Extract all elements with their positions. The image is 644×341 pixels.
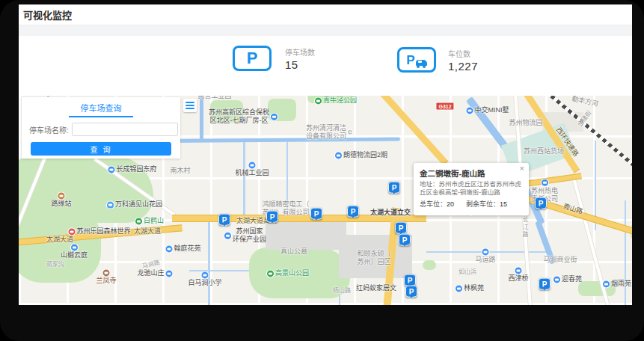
search-panel: 停车场查询 停车场名称: 查 询 [22,97,180,159]
building-icon [224,233,231,239]
dot-icon [348,130,352,135]
temple-icon [102,269,109,276]
map-label-text: 青牛泾公园 [323,96,357,105]
building-icon [166,271,173,277]
parking-name-input[interactable] [72,123,178,136]
map-label-text: 西津桥 [508,274,528,283]
building-icon [165,246,172,253]
map-label: 龙驰山庄 [137,269,172,277]
map-label-text: 南木村 [170,167,190,175]
stat-parking-lots-value: 15 [285,58,298,71]
header-divider [19,25,632,36]
page-title: 可视化监控 [23,7,72,22]
block-shape [266,221,346,250]
map-label: 苏州西站货场 [524,147,564,156]
map-label-text: 苏州乐园森林世界 [76,227,130,236]
stat-parking-lots-label: 停车场数 [285,46,315,58]
building-icon [553,277,560,283]
map-label-text: 苏州高新区综合保税 区北区-七期厂房-区 [209,108,269,126]
map-info-popup: × 金二铜墩街-鹿山路 地址：苏州市虎丘区江苏省苏州市虎丘区金枫高架-铜墩街-鹿… [414,163,529,215]
map-label: 太湖大道 [134,227,161,236]
search-button[interactable]: 查 询 [31,142,171,156]
map-label: 苏州高新区综合保税 区北区-七期厂房-区 [209,108,277,126]
station-icon [58,192,64,199]
parking-marker[interactable]: P [395,222,407,234]
map-label: 青牛泾公园 [315,96,357,105]
map-label: 苏州清河清洁 设备有限公司 [306,124,352,141]
parking-marker[interactable]: P [218,214,230,226]
map-label: 如山浜 [459,268,476,276]
parking-icon: P [233,46,272,71]
map-label: 太湖大道立交 [370,209,411,217]
map-label-text: 中交MINI墅 [475,106,509,114]
map-label-text: 白马涧小学 [188,279,221,287]
river-shape [200,96,203,141]
popup-total: 总车位：20 [420,199,454,209]
map-label: 白马涧小学 [188,271,221,287]
map-label: 和颐永硕（ 苏州）园区 [357,250,390,267]
parking-marker[interactable]: P [535,197,547,209]
tab-parking-search[interactable]: 停车场查询 [69,102,133,117]
map-label-text: 真山公墓 [280,248,307,256]
map-label: 民营工业园 [197,96,231,101]
map-label-text: 和颐永硕（ 苏州）园区 [357,250,390,267]
map-label: 山樾云庭 [61,244,88,259]
map-label: 西津桥 [508,267,528,283]
map-label: 苏州乐园森林世界 [68,227,130,236]
attraction-icon [68,229,75,236]
stat-spaces-value: 1,227 [448,60,478,73]
parking-marker[interactable]: P [388,182,400,194]
parking-icon-letter: P [247,50,258,67]
map-label-text: 太湖大道 [134,227,161,236]
parking-marker[interactable]: P [405,286,417,298]
parking-marker[interactable]: P [310,208,322,220]
parking-name-label: 停车场名称: [29,124,69,135]
map-label-text: 苏州物流园 [509,119,542,127]
map-label: 烟雨苑 [603,280,631,288]
building-icon [467,108,473,114]
parking-marker[interactable]: P [539,278,551,290]
canal-shape [243,142,245,217]
map-label-text: 长江路 [521,216,528,239]
park-icon [267,271,274,277]
canal-shape [625,200,626,305]
stat-spaces-label: 车位数 [448,48,470,59]
map-label: 白鹤山 [135,217,164,225]
popup-tail [467,211,476,221]
car-glyph [416,60,427,66]
building-icon [70,244,77,251]
parking-marker[interactable]: P [266,211,278,223]
map-label: 兰凤寺 [96,269,116,285]
map-label: 红蚂蚁家居文 [356,284,396,292]
close-icon[interactable]: × [520,165,524,173]
map-label-text: 太湖大道 [46,236,73,244]
map-label: 勤丰方河 [571,96,599,108]
popup-address: 地址：苏州市虎丘区江苏省苏州市虎丘区金枫高架-铜墩街-鹿山路 [420,180,523,197]
map-label: 路缘站 [51,192,71,208]
map-label-text: 红蚂蚁家居文 [356,284,396,292]
map-label: 中交MINI墅 [467,106,509,114]
map-label-text: 勤丰方河 [571,96,599,108]
bridge-icon [515,267,521,274]
building-icon [271,114,277,120]
map-label: 杨山路 [333,287,351,295]
map-label-text: 机械工业园 [235,169,269,177]
map-label: 翰庭花苑 [165,245,200,253]
map-label-text: 兰凤寺 [96,277,116,285]
parking-marker[interactable]: P [399,234,411,246]
map-label-text: 杨山路 [333,287,351,295]
parking-car-icon: P [397,47,436,73]
map-label-text: 万科通见山花园 [115,200,162,209]
map-label-text: 路缘站 [51,200,71,208]
map-label-text: 马涧商业街 [543,256,577,264]
app-window: 可视化监控 P 停车场数 15 P 车位数 1,227 停车场查询 停车场名称:… [19,4,632,305]
map-label-text: 长成锦园东府 [116,165,156,173]
map-label-text: 太湖大道立交 [370,209,411,217]
parking-marker[interactable]: P [347,206,359,218]
map-label: 太湖大道 [46,236,73,244]
parking-marker[interactable]: P [404,274,416,286]
map-label-text: 苏州清河清洁 设备有限公司 [306,124,346,141]
map-layers-button[interactable] [183,99,197,112]
map-label: 迎春苑 [553,275,582,283]
parking-car-icon-letter: P [406,54,414,67]
